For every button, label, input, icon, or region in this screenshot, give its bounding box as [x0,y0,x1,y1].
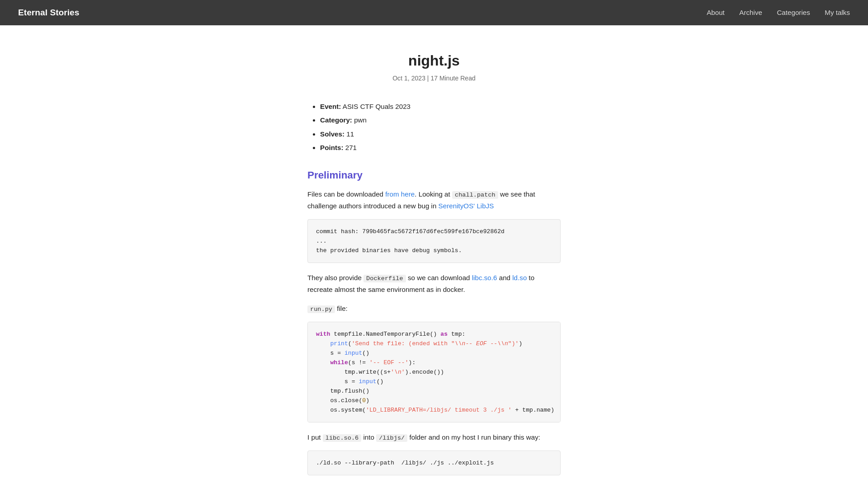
code-block-run: ./ld.so --library-path /libjs/ ./js ../e… [307,450,561,475]
paragraph-1: Files can be downloaded from here. Looki… [307,188,561,212]
post-title: night.js [307,52,561,69]
nav-categories[interactable]: Categories [777,9,810,16]
meta-list: Event: ASIS CTF Quals 2023 Category: pwn… [307,100,561,155]
value: pwn [354,116,367,124]
list-item: Category: pwn [320,113,561,127]
nav-mytalks[interactable]: My talks [825,9,850,16]
paragraph-3: run.py file: [307,303,561,314]
label: Solves: [320,130,344,138]
site-header: Eternal Stories About Archive Categories… [0,0,868,25]
paragraph-4: I put libc.so.6 into /libjs/ folder and … [307,432,561,443]
chall-patch-inline: chall.patch [452,191,498,199]
post-meta: Oct 1, 2023 | 17 Minute Read [307,75,561,82]
runpy-inline: run.py [307,305,335,313]
list-item: Event: ASIS CTF Quals 2023 [320,100,561,113]
value: ASIS CTF Quals 2023 [343,103,410,110]
list-item: Points: 271 [320,141,561,155]
serenity-link[interactable]: SerenityOS' LibJS [439,202,494,210]
label: Category: [320,116,352,124]
main-nav: About Archive Categories My talks [694,9,850,17]
code-block-commit: commit hash: 799b465fac5672f167d6fec599f… [307,219,561,263]
value: 11 [346,130,354,138]
site-title-link[interactable]: Eternal Stories [18,8,79,18]
nav-about[interactable]: About [707,9,725,16]
paragraph-2: They also provide Dockerfile so we can d… [307,272,561,296]
libc-so-inline: libc.so.6 [323,434,361,442]
value: 271 [345,144,357,151]
ldso-link[interactable]: ld.so [512,274,527,282]
list-item: Solves: 11 [320,127,561,141]
label: Event: [320,103,341,110]
code-block-runpy: with tempfile.NamedTemporaryFile() as tm… [307,322,561,422]
nav-archive[interactable]: Archive [739,9,762,16]
libjs-inline: /libjs/ [376,434,407,442]
dockerfile-inline: Dockerfile [363,275,406,282]
section-heading-preliminary: Preliminary [307,169,561,181]
label: Points: [320,144,343,151]
post-content: night.js Oct 1, 2023 | 17 Minute Read Ev… [298,25,570,488]
from-here-link[interactable]: from here [385,190,415,198]
libc-link[interactable]: libc.so.6 [472,274,497,282]
